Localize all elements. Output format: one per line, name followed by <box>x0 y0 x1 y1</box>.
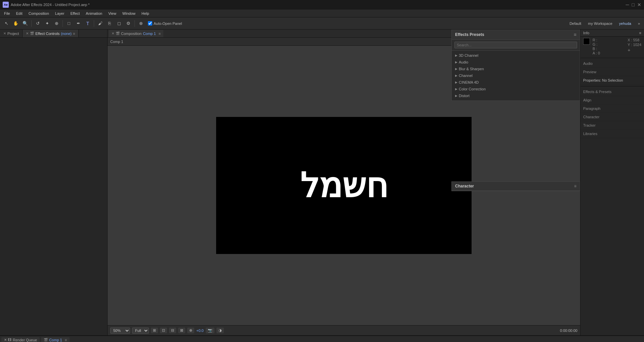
select-tool[interactable]: ↖ <box>2 19 11 28</box>
grid-btn[interactable]: ⊠ <box>178 328 185 333</box>
menu-edit[interactable]: Edit <box>13 11 25 16</box>
color-swatch <box>583 38 590 45</box>
maximize-button[interactable]: □ <box>632 2 635 7</box>
menu-file[interactable]: File <box>1 11 13 16</box>
zoom-select[interactable]: 50% 100% <box>110 328 130 334</box>
libraries-section[interactable]: Libraries <box>580 130 644 138</box>
properties-section[interactable]: Properties: No Selection <box>580 76 644 85</box>
cursor-plus: + <box>628 47 641 53</box>
timeline-tabs: ✕ 🎞 Render Queue 🎬 Comp 1 ≡ <box>0 336 644 342</box>
menu-window[interactable]: Window <box>120 11 138 16</box>
effects-search-input[interactable] <box>454 42 577 48</box>
effect-item-cinema4d[interactable]: ▶ CINEMA 4D <box>452 79 580 86</box>
toolbar-separator-4 <box>134 20 135 27</box>
audio-section[interactable]: Audio <box>580 59 644 68</box>
character-panel: Character ≡ <box>451 181 580 191</box>
tab-effect-controls[interactable]: ✕ 🎬 Effect Controls (none) ≡ <box>23 30 79 37</box>
menu-effect[interactable]: Effect <box>68 11 82 16</box>
character-panel-menu-icon[interactable]: ≡ <box>574 184 576 188</box>
workspace-yehuda[interactable]: yehuda <box>617 21 633 26</box>
tri-icon-5: ▶ <box>455 81 457 84</box>
tracker-section[interactable]: Tracker <box>580 121 644 130</box>
effects-panel-header: Effects Presets ≡ <box>452 30 580 40</box>
toolbar-separator-1 <box>31 20 32 27</box>
camera-btn[interactable]: 📷 <box>206 328 214 333</box>
effect-item-audio[interactable]: ▶ Audio <box>452 59 580 66</box>
quality-select[interactable]: Full Half <box>132 328 149 334</box>
tab-project-close[interactable]: ✕ <box>3 32 6 35</box>
preview-section[interactable]: Preview <box>580 68 644 76</box>
right-divider-2 <box>580 86 644 86</box>
workspace-default[interactable]: Default <box>567 21 583 26</box>
align-section[interactable]: Align <box>580 96 644 104</box>
toolbar-separator-2 <box>63 20 63 27</box>
tri-icon-3: ▶ <box>455 67 457 71</box>
tab-effect-menu[interactable]: ≡ <box>73 32 75 36</box>
tri-icon-7: ▶ <box>455 94 457 97</box>
tri-icon-4: ▶ <box>455 74 457 77</box>
tab-comp1-menu[interactable]: ≡ <box>65 338 67 342</box>
workspace-my[interactable]: my Workspace <box>586 21 614 26</box>
channels-btn[interactable]: ⊕ <box>187 328 194 333</box>
left-panel-content <box>0 38 107 335</box>
paragraph-section[interactable]: Paragraph <box>580 104 644 113</box>
character-panel-header: Character ≡ <box>452 182 580 191</box>
comp-tab-main[interactable]: ✕ 🎬 Composition Comp 1 ≡ <box>109 30 163 37</box>
roto-tool[interactable]: ⊗ <box>136 19 145 28</box>
text-tool[interactable]: T <box>83 19 92 28</box>
safe-zones-btn[interactable]: ⊟ <box>169 328 176 333</box>
menu-animation[interactable]: Animation <box>83 11 105 16</box>
fit-viewer-btn[interactable]: ⊞ <box>151 328 158 333</box>
effects-panel-menu-icon[interactable]: ≡ <box>574 32 576 37</box>
hand-tool[interactable]: ✋ <box>11 19 20 28</box>
minimize-button[interactable]: ─ <box>626 2 629 7</box>
info-menu-icon[interactable]: ≡ <box>639 31 641 35</box>
brush-tool[interactable]: 🖌 <box>96 19 105 28</box>
puppet-tool[interactable]: ⚙ <box>124 19 133 28</box>
comp-tab-menu[interactable]: ≡ <box>159 32 161 36</box>
eraser-tool[interactable]: ◻ <box>115 19 123 28</box>
move-tool[interactable]: ✦ <box>43 19 51 28</box>
tab-render-close[interactable]: ✕ <box>4 338 7 342</box>
motion-blur-btn[interactable]: ◑ <box>216 328 224 333</box>
menu-help[interactable]: Help <box>139 11 152 16</box>
viewer-controls: 50% 100% Full Half ⊞ ⊡ ⊟ ⊠ ⊕ +0.0 📷 ◑ 0:… <box>108 325 580 335</box>
timeline-panel: ✕ 🎞 Render Queue 🎬 Comp 1 ≡ 0:00:00:00 0… <box>0 336 644 342</box>
a-value: A : 0 <box>593 51 600 55</box>
breadcrumb-text: Comp 1 <box>110 40 123 44</box>
menu-view[interactable]: View <box>106 11 119 16</box>
tab-render-queue[interactable]: ✕ 🎞 Render Queue <box>1 337 40 342</box>
pen-tool[interactable]: ✒ <box>74 19 83 28</box>
comp-tab-close[interactable]: ✕ <box>112 32 114 35</box>
current-time-display[interactable]: 0:00:00:00 <box>560 329 577 333</box>
clone-tool[interactable]: ⎘ <box>105 19 114 28</box>
effect-item-color[interactable]: ▶ Color Correction <box>452 86 580 92</box>
effects-panel-title: Effects Presets <box>455 32 484 37</box>
effect-item-distort[interactable]: ▶ Distort <box>452 92 580 99</box>
tab-comp1[interactable]: 🎬 Comp 1 ≡ <box>41 337 70 342</box>
character-section[interactable]: Character <box>580 113 644 121</box>
window-controls[interactable]: ─ □ ✕ <box>626 2 641 7</box>
snapshot-btn[interactable]: ⊡ <box>160 328 167 333</box>
color-info-row: R : G : B : A : 0 X : 558 Y : 1024 + <box>580 37 644 56</box>
auto-open-label: Auto-Open Panel <box>154 22 182 26</box>
bottom-area: ✕ 🎞 Render Queue 🎬 Comp 1 ≡ 0:00:00:00 0… <box>0 335 644 342</box>
right-divider-1 <box>580 58 644 58</box>
menu-composition[interactable]: Composition <box>26 11 52 16</box>
tab-render-icon: 🎞 <box>8 338 11 342</box>
effect-item-channel[interactable]: ▶ Channel <box>452 72 580 79</box>
auto-open-checkbox[interactable] <box>148 21 152 26</box>
effects-presets-section[interactable]: Effects & Presets <box>580 88 644 96</box>
rotate-tool[interactable]: ↺ <box>33 19 42 28</box>
tab-project[interactable]: ✕ Project <box>0 30 23 37</box>
tab-effect-close[interactable]: ✕ <box>26 32 29 35</box>
workspace-more[interactable]: » <box>636 21 642 26</box>
menu-layer[interactable]: Layer <box>52 11 67 16</box>
shape-tool[interactable]: □ <box>65 19 73 28</box>
close-button[interactable]: ✕ <box>637 2 641 7</box>
x-value: X : 558 <box>628 38 641 42</box>
zoom-tool[interactable]: 🔍 <box>21 19 30 28</box>
effect-item-blur[interactable]: ▶ Blur & Sharpen <box>452 66 580 72</box>
effect-item-3dchannel[interactable]: ▶ 3D Channel <box>452 52 580 59</box>
anchor-tool[interactable]: ⊕ <box>52 19 61 28</box>
